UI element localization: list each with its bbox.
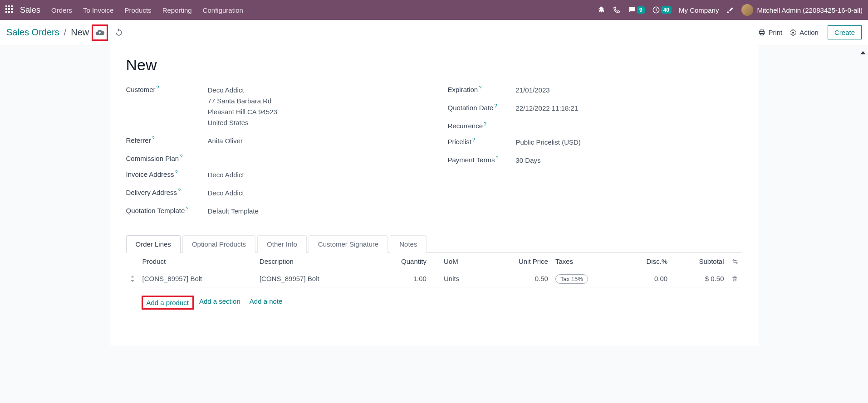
add-note-link[interactable]: Add a note — [250, 297, 283, 308]
pricelist-value[interactable]: Public Pricelist (USD) — [516, 137, 742, 148]
svg-rect-3 — [760, 33, 764, 35]
tab-other-info[interactable]: Other Info — [257, 235, 307, 253]
form-sheet: New Customer? Deco Addict 77 Santa Barba… — [110, 45, 759, 345]
quotation-template-value[interactable]: Default Template — [208, 206, 421, 217]
cell-unit-price[interactable]: 0.50 — [487, 270, 552, 287]
expiration-label: Expiration? — [448, 85, 516, 93]
help-icon[interactable]: ? — [484, 121, 486, 126]
breadcrumb-root[interactable]: Sales Orders — [6, 27, 59, 38]
cell-uom[interactable]: Units — [430, 270, 487, 287]
messages-icon[interactable]: 9 — [628, 6, 645, 14]
help-icon[interactable]: ? — [186, 206, 188, 211]
breadcrumb: Sales Orders / New — [6, 27, 89, 38]
cell-description[interactable]: [CONS_89957] Bolt — [256, 270, 373, 287]
form-left-column: Customer? Deco Addict 77 Santa Barbara R… — [126, 85, 421, 224]
delivery-address-label: Delivery Address? — [126, 188, 208, 196]
referrer-label: Referrer? — [126, 136, 208, 144]
col-quantity: Quantity — [373, 253, 430, 270]
col-unit-price: Unit Price — [487, 253, 552, 270]
action-button[interactable]: Action — [786, 27, 822, 38]
invoice-address-label: Invoice Address? — [126, 170, 208, 178]
apps-icon[interactable] — [5, 5, 15, 15]
help-icon[interactable]: ? — [494, 103, 497, 108]
quotation-date-value[interactable]: 22/12/2022 11:18:21 — [516, 103, 742, 114]
add-links-row: Add a product Add a section Add a note — [142, 292, 739, 313]
delivery-address-value[interactable]: Deco Addict — [208, 188, 421, 199]
cell-product[interactable]: [CONS_89957] Bolt — [139, 270, 256, 287]
breadcrumb-sep: / — [64, 27, 67, 38]
messages-badge: 9 — [637, 6, 645, 14]
tab-order-lines[interactable]: Order Lines — [126, 235, 181, 253]
scroll-up-arrow-icon[interactable] — [860, 50, 867, 57]
tab-optional-products[interactable]: Optional Products — [182, 235, 255, 253]
add-section-link[interactable]: Add a section — [199, 297, 240, 308]
col-options-icon[interactable] — [728, 253, 742, 270]
commission-plan-label: Commission Plan? — [126, 154, 208, 162]
activities-icon[interactable]: 40 — [652, 6, 672, 14]
customer-value[interactable]: Deco Addict 77 Santa Barbara Rd Pleasant… — [208, 85, 421, 128]
page-title: New — [126, 56, 742, 74]
company-switch[interactable]: My Company — [679, 6, 719, 14]
cell-taxes[interactable]: Tax 15% — [552, 270, 622, 287]
col-product: Product — [139, 253, 256, 270]
phone-icon[interactable] — [613, 6, 621, 14]
breadcrumb-current: New — [71, 27, 89, 38]
referrer-value[interactable]: Anita Oliver — [208, 136, 421, 146]
help-icon[interactable]: ? — [472, 137, 475, 142]
table-row[interactable]: [CONS_89957] Bolt [CONS_89957] Bolt 1.00… — [126, 270, 742, 287]
tab-notes[interactable]: Notes — [390, 235, 427, 253]
delete-row-icon[interactable] — [728, 270, 742, 287]
help-icon[interactable]: ? — [157, 85, 159, 90]
discard-icon[interactable] — [111, 24, 127, 41]
tab-customer-signature[interactable]: Customer Signature — [309, 235, 388, 253]
top-navbar: Sales Orders To Invoice Products Reporti… — [0, 0, 868, 20]
quotation-date-label: Quotation Date? — [448, 103, 516, 112]
menu-products[interactable]: Products — [124, 6, 151, 14]
help-icon[interactable]: ? — [175, 170, 177, 175]
avatar — [741, 4, 753, 16]
drag-handle-icon[interactable] — [126, 270, 139, 287]
bug-icon[interactable] — [597, 6, 605, 14]
help-icon[interactable]: ? — [152, 136, 155, 141]
main-menu: Orders To Invoice Products Reporting Con… — [51, 6, 243, 14]
cell-disc[interactable]: 0.00 — [622, 270, 672, 287]
action-label: Action — [799, 29, 819, 36]
payment-terms-label: Payment Terms? — [448, 155, 516, 164]
invoice-address-value[interactable]: Deco Addict — [208, 170, 421, 180]
col-subtotal: Subtotal — [671, 253, 727, 270]
create-button[interactable]: Create — [828, 25, 862, 39]
menu-to-invoice[interactable]: To Invoice — [83, 6, 114, 14]
user-name: Mitchell Admin (22083425-16-0-all) — [757, 6, 863, 14]
help-icon[interactable]: ? — [178, 188, 181, 193]
pricelist-label: Pricelist? — [448, 137, 516, 146]
tabs: Order Lines Optional Products Other Info… — [126, 235, 742, 253]
quotation-template-label: Quotation Template? — [126, 206, 208, 214]
navbar-right: 9 40 My Company Mitchell Admin (22083425… — [597, 4, 863, 16]
recurrence-label: Recurrence? — [448, 121, 516, 130]
form-right-column: Expiration? 21/01/2023 Quotation Date? 2… — [448, 85, 742, 224]
col-description: Description — [256, 253, 373, 270]
help-icon[interactable]: ? — [495, 155, 498, 160]
activities-badge: 40 — [661, 6, 672, 14]
cell-subtotal: $ 0.50 — [671, 270, 727, 287]
col-uom: UoM — [430, 253, 487, 270]
app-brand[interactable]: Sales — [20, 5, 40, 15]
control-bar: Sales Orders / New Print Action Create — [0, 20, 868, 45]
print-button[interactable]: Print — [755, 27, 786, 38]
help-icon[interactable]: ? — [180, 154, 182, 159]
menu-reporting[interactable]: Reporting — [162, 6, 192, 14]
cell-quantity[interactable]: 1.00 — [373, 270, 430, 287]
user-menu[interactable]: Mitchell Admin (22083425-16-0-all) — [741, 4, 863, 16]
col-disc: Disc.% — [622, 253, 672, 270]
order-lines-table: Product Description Quantity UoM Unit Pr… — [126, 253, 742, 318]
svg-point-4 — [792, 32, 794, 34]
help-icon[interactable]: ? — [479, 85, 481, 90]
save-cloud-icon[interactable] — [92, 24, 108, 41]
tools-icon[interactable] — [726, 6, 734, 14]
menu-orders[interactable]: Orders — [51, 6, 72, 14]
payment-terms-value[interactable]: 30 Days — [516, 155, 742, 166]
menu-configuration[interactable]: Configuration — [203, 6, 243, 14]
add-product-link[interactable]: Add a product — [147, 299, 189, 306]
col-taxes: Taxes — [552, 253, 622, 270]
expiration-value[interactable]: 21/01/2023 — [516, 85, 742, 96]
